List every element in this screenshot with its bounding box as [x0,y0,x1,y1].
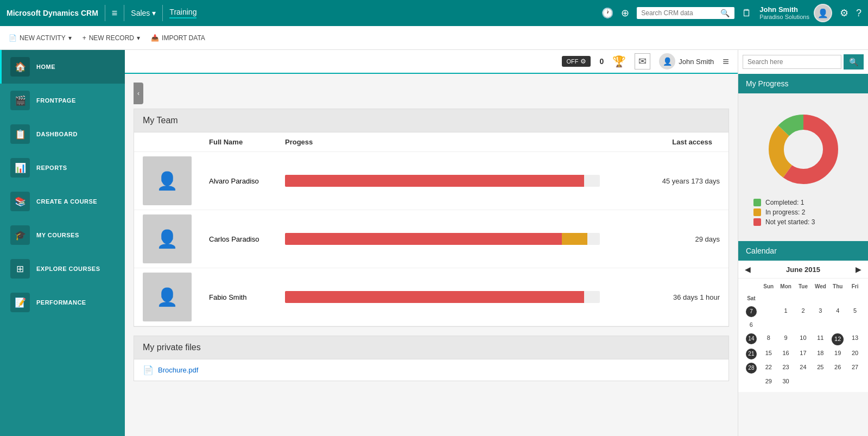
cal-day-2[interactable]: 2 [795,305,812,319]
sidebar-item-dashboard[interactable]: 📋 DASHBOARD [0,117,125,151]
team-member-name: Fabio Smith [200,268,276,326]
new-record-label: NEW RECORD [89,34,134,42]
cal-header-mon: Mon [777,281,795,293]
new-record-button[interactable]: + NEW RECORD ▾ [83,34,140,42]
top-nav-right-area: 🕐 ⊕ 🔍 🗒 John Smith Paradiso Solutions 👤 … [601,4,861,22]
cal-day-21[interactable]: 22 [760,361,777,375]
user-avatar[interactable]: 👤 [814,4,832,22]
cal-header-wed: Wed [812,281,829,293]
sidebar-collapse-button[interactable]: ‹ [134,83,143,104]
sidebar-create-course-label: CREATE A COURSE [36,198,97,205]
calendar-week-4: 28 22 23 24 25 26 27 [743,361,864,375]
clock-icon[interactable]: 🕐 [601,7,613,19]
add-icon[interactable]: ⊕ [621,7,629,19]
cal-day-3[interactable]: 3 [812,305,829,319]
not-started-color-dot [753,218,761,226]
content-user-avatar: 👤 [659,53,675,69]
help-icon[interactable]: ? [856,8,861,19]
cal-day-12[interactable]: 13 [846,332,864,347]
import-data-button[interactable]: 📥 IMPORT DATA [151,34,205,42]
import-data-icon: 📥 [151,34,159,42]
cal-header-sat: Sat [743,293,760,305]
week-num-7[interactable]: 7 [746,306,757,317]
my-courses-icon: 🎓 [10,225,30,245]
sales-nav-item[interactable]: Sales ▾ [131,9,156,17]
cal-day-10[interactable]: 11 [812,332,829,347]
week-num-28[interactable]: 28 [746,363,757,374]
cal-day-4[interactable]: 4 [829,305,846,319]
cal-day-8[interactable]: 9 [777,332,795,347]
week-num-14[interactable]: 14 [746,333,757,344]
content-area: OFF ⚙ 0 🏆 ✉ 👤 John Smith ≡ ‹ My Team [125,50,738,436]
cal-day-7[interactable]: 8 [760,332,777,347]
sidebar-item-frontpage[interactable]: 🎬 FRONTPAGE [0,84,125,117]
trophy-icon[interactable]: 🏆 [612,55,626,68]
right-panel: 🔍 My Progress [738,50,868,436]
cal-day-26[interactable]: 27 [846,361,864,375]
search-icon: 🔍 [720,9,730,17]
new-activity-chevron: ▾ [68,34,72,42]
brochure-pdf-link[interactable]: Brochure.pdf [158,366,198,374]
calendar-grid: Sun Mon Tue Wed Thu Fri Sat 7 1 2 3 4 5 [738,279,868,392]
cal-day-17[interactable]: 18 [812,347,829,361]
settings-icon[interactable]: ⚙ [840,7,848,19]
sidebar-item-performance[interactable]: 📝 PERFORMANCE [0,286,125,319]
calendar-week-1: 7 1 2 3 4 5 6 [743,305,864,332]
cal-day-19[interactable]: 20 [846,347,864,361]
team-member-avatar: 👤 [143,156,192,205]
explore-courses-icon: ⊞ [10,259,30,279]
cal-day-6[interactable]: 6 [743,319,760,332]
sidebar-item-create-course[interactable]: 📚 CREATE A COURSE [0,185,125,218]
cal-day-5[interactable]: 5 [846,305,864,319]
cal-day-today[interactable]: 12 [832,333,844,345]
import-data-label: IMPORT DATA [162,34,205,42]
user-info: John Smith Paradiso Solutions 👤 [759,4,832,22]
team-member-name: Carlos Paradiso [200,210,276,268]
cal-day-25[interactable]: 26 [829,361,846,375]
team-last-access: 29 days [645,210,728,268]
team-member-avatar: 👤 [143,214,192,263]
hamburger-menu-icon[interactable]: ≡ [112,8,118,19]
sidebar-explore-courses-label: EXPLORE COURSES [36,266,100,272]
sidebar-item-my-courses[interactable]: 🎓 MY COURSES [0,218,125,252]
progress-bar-red [285,175,584,187]
cal-day-1[interactable]: 1 [777,305,795,319]
cal-day-14[interactable]: 15 [760,347,777,361]
cal-day-15[interactable]: 16 [777,347,795,361]
right-search-button[interactable]: 🔍 [844,54,864,69]
notifications-icon[interactable]: 🗒 [742,8,752,19]
off-toggle-button[interactable]: OFF ⚙ [562,56,591,67]
mail-icon[interactable]: ✉ [635,53,650,69]
top-navigation: Microsoft Dynamics CRM ≡ Sales ▾ Trainin… [0,0,868,26]
sidebar-item-explore-courses[interactable]: ⊞ EXPLORE COURSES [0,252,125,286]
new-activity-icon: 📄 [9,34,17,42]
team-last-access: 36 days 1 hour [645,268,728,326]
cal-day-18[interactable]: 19 [829,347,846,361]
calendar-prev-button[interactable]: ◀ [745,265,751,274]
cal-header-tue: Tue [795,281,812,293]
training-nav-item[interactable]: Training [169,8,197,18]
week-num-21[interactable]: 21 [746,349,757,359]
cal-day-24[interactable]: 25 [812,361,829,375]
new-activity-button[interactable]: 📄 NEW ACTIVITY ▾ [9,34,72,42]
my-team-title: My Team [134,109,728,132]
content-menu-icon[interactable]: ≡ [723,55,729,68]
right-search-input[interactable] [743,55,841,69]
calendar-next-button[interactable]: ▶ [856,265,861,274]
cal-day-23[interactable]: 24 [795,361,812,375]
crm-search-input[interactable] [641,9,717,17]
completed-color-dot [753,199,761,206]
toggle-gear-icon: ⚙ [580,58,586,65]
content-topbar: OFF ⚙ 0 🏆 ✉ 👤 John Smith ≡ [125,50,738,74]
donut-chart-container [745,100,861,194]
cal-day-29[interactable]: 30 [777,375,795,388]
cal-day-28[interactable]: 29 [760,375,777,388]
progress-bar-yellow [562,233,587,245]
cal-day-22[interactable]: 23 [777,361,795,375]
my-team-section: My Team Full Name Progess Last access 👤A… [134,109,729,327]
sidebar-item-reports[interactable]: 📊 REPORTS [0,151,125,185]
svg-point-3 [787,133,820,166]
sidebar-item-home[interactable]: 🏠 HOME [0,50,125,84]
cal-day-16[interactable]: 17 [795,347,812,361]
cal-day-9[interactable]: 10 [795,332,812,347]
